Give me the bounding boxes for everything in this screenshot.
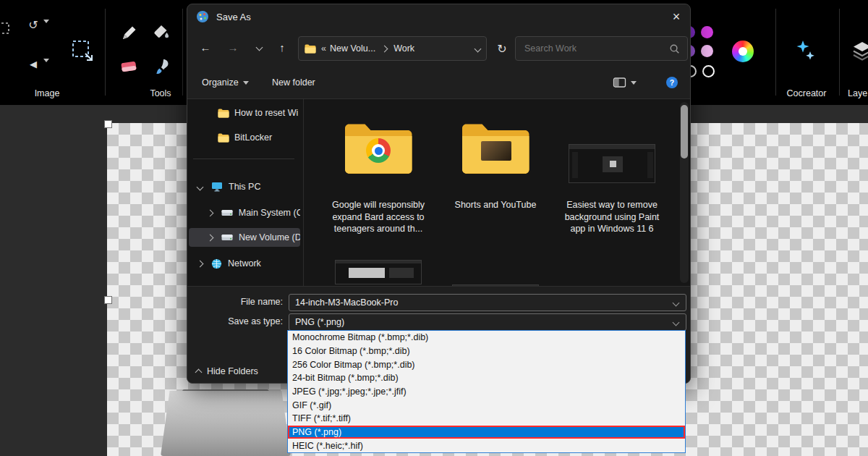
color-swatch[interactable] [701, 26, 713, 38]
eraser-icon[interactable] [120, 59, 137, 74]
search-icon[interactable] [669, 43, 680, 54]
paint-logo-icon [196, 10, 209, 23]
sidebar-item-main-system[interactable]: Main System (C [189, 203, 300, 222]
type-option-24bit-bitmap[interactable]: 24-bit Bitmap (*.bmp;*.dib) [288, 371, 685, 385]
breadcrumb-prefix: « [321, 43, 326, 54]
chevron-up-icon [195, 369, 203, 376]
fill-bucket-icon[interactable] [152, 23, 171, 42]
up-button[interactable]: ↑ [271, 36, 293, 58]
file-thumbnail-partial[interactable] [452, 284, 539, 287]
file-name-label: File name: [187, 297, 283, 307]
sidebar-item-how-to-reset[interactable]: How to reset Wi [189, 104, 300, 122]
organize-label: Organize [202, 77, 239, 88]
type-option-jpeg[interactable]: JPEG (*.jpg;*.jpeg;*.jpe;*.jfif) [288, 385, 685, 399]
type-option-monochrome-bitmap[interactable]: Monochrome Bitmap (*.bmp;*.dib) [288, 331, 685, 345]
help-icon[interactable]: ? [666, 77, 678, 88]
view-options-button[interactable] [613, 75, 637, 90]
sidebar-item-label: New Volume (D [239, 232, 300, 242]
sidebar-item-network[interactable]: Network [189, 254, 300, 273]
type-option-tiff[interactable]: TIFF (*.tif;*.tiff) [288, 412, 685, 426]
rotate-icon[interactable]: ↺ [26, 17, 41, 32]
sidebar-item-bitlocker[interactable]: BitLocker [189, 128, 300, 147]
type-option-png-selected[interactable]: PNG (*.png) [288, 426, 685, 439]
rotate-caret-icon[interactable] [43, 23, 49, 36]
search-input[interactable] [516, 43, 669, 54]
chevron-right-icon[interactable] [197, 260, 204, 267]
new-folder-button[interactable]: New folder [272, 75, 315, 90]
color-wheel-icon[interactable] [732, 41, 754, 62]
refresh-icon[interactable]: ↻ [491, 38, 513, 59]
file-label: Google will responsibly expand Bard acce… [324, 199, 433, 235]
file-type-dropdown-list: Monochrome Bitmap (*.bmp;*.dib) 16 Color… [287, 330, 686, 453]
folder-chrome-icon [342, 119, 414, 177]
selection-handle[interactable] [104, 296, 112, 304]
chevron-down-icon[interactable] [197, 183, 204, 190]
save-as-dialog: Save As × ← → ↑ « New Volu... Work ↻ Org… [187, 4, 691, 384]
sidebar-item-this-pc[interactable]: This PC [189, 177, 300, 196]
color-swatch[interactable] [701, 45, 713, 57]
scrollbar-thumb[interactable] [681, 105, 688, 159]
brush-icon[interactable] [153, 58, 169, 75]
breadcrumb-current[interactable]: Work [393, 43, 414, 54]
type-option-gif[interactable]: GIF (*.gif) [288, 398, 685, 412]
sidebar-item-label: How to reset Wi [234, 108, 298, 118]
chevron-right-icon[interactable] [207, 234, 214, 241]
hide-folders-label: Hide Folders [207, 366, 258, 376]
layers-button[interactable]: Laye [848, 88, 868, 98]
close-icon[interactable]: × [666, 8, 686, 25]
chevron-right-icon[interactable] [207, 209, 214, 216]
forward-button[interactable]: → [222, 36, 244, 58]
selection-handle[interactable] [104, 120, 112, 128]
sidebar-divider [193, 159, 294, 159]
flip-caret-icon[interactable] [43, 62, 49, 75]
breadcrumb-parent[interactable]: New Volu... [330, 43, 375, 54]
network-icon [211, 258, 222, 269]
file-item-easiest-way[interactable]: Easiest way to remove background using P… [558, 119, 666, 235]
type-option-heic[interactable]: HEIC (*.heic;*.hif) [288, 439, 685, 452]
screenshot-thumbnail [569, 144, 655, 183]
save-as-type-combobox[interactable]: PNG (*.png) [289, 313, 686, 331]
resize-icon[interactable] [69, 38, 95, 64]
drive-icon [221, 209, 233, 216]
file-thumbnail-partial[interactable] [335, 260, 422, 284]
search-box[interactable] [515, 36, 688, 61]
flip-icon[interactable]: ◀ [26, 56, 41, 71]
scrollbar[interactable] [680, 102, 689, 283]
address-dropdown-chevron-icon[interactable] [475, 45, 482, 52]
toolbar-separator [182, 9, 183, 96]
hide-folders-button[interactable]: Hide Folders [196, 363, 258, 379]
navigation-pane: How to reset Wi BitLocker This PC Main S… [187, 99, 304, 286]
save-as-type-chevron-icon[interactable] [673, 318, 680, 326]
address-bar[interactable]: « New Volu... Work [298, 36, 487, 61]
toolbar-separator [775, 9, 776, 96]
folder-icon [305, 44, 316, 54]
type-option-16-color-bitmap[interactable]: 16 Color Bitmap (*.bmp;*.dib) [288, 345, 685, 358]
sidebar-item-label: BitLocker [234, 132, 272, 143]
sidebar-item-label: This PC [229, 182, 260, 192]
pencil-icon[interactable] [120, 23, 137, 42]
cocreator-button[interactable]: Cocreator [780, 88, 833, 98]
file-browser: How to reset Wi BitLocker This PC Main S… [187, 98, 690, 287]
folder-icon [218, 133, 229, 143]
type-option-256-color-bitmap[interactable]: 256 Color Bitmap (*.bmp;*.dib) [288, 358, 685, 371]
paint-app: ↺ ◀ Image Tools [0, 0, 868, 456]
file-name-input[interactable] [289, 297, 673, 308]
new-folder-label: New folder [272, 77, 315, 88]
file-item-shorts-youtube[interactable]: Shorts and YouTube [441, 119, 550, 211]
file-item-google-bard[interactable]: Google will responsibly expand Bard acce… [324, 119, 433, 235]
organize-button[interactable]: Organize [202, 75, 249, 90]
file-name-dropdown-chevron-icon[interactable] [673, 299, 680, 306]
macbook-image [161, 391, 291, 456]
drive-icon [221, 234, 233, 241]
back-button[interactable]: ← [195, 36, 216, 58]
cocreator-icon[interactable] [796, 39, 816, 62]
color-swatch[interactable] [702, 65, 715, 77]
toolbar-separator [839, 9, 840, 96]
recent-locations-chevron-icon[interactable] [248, 36, 270, 58]
sidebar-item-label: Network [228, 258, 261, 269]
file-name-field[interactable] [289, 294, 686, 311]
selection-tool-icon[interactable] [0, 20, 12, 36]
sidebar-item-new-volume[interactable]: New Volume (D [189, 228, 300, 247]
chrome-logo-icon [366, 138, 391, 163]
layers-icon[interactable] [852, 41, 868, 61]
